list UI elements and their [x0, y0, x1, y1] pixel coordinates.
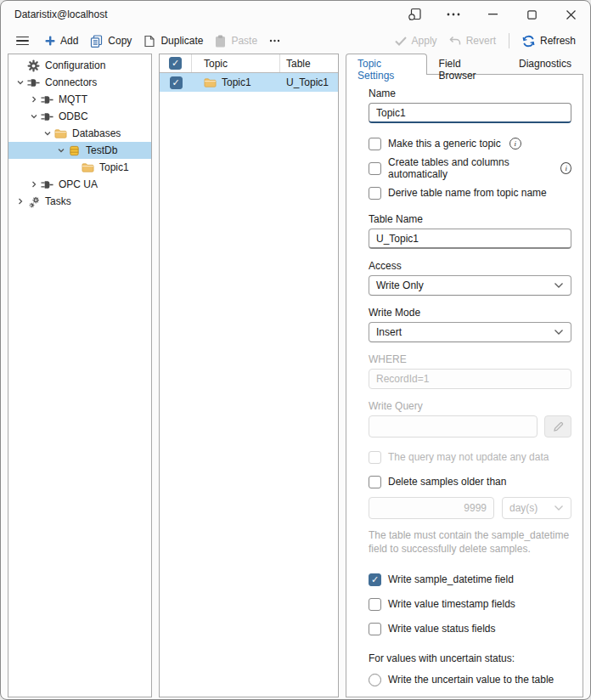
window-title: Dataristix@localhost	[14, 8, 108, 20]
delete-unit-value: day(s)	[509, 502, 538, 514]
tree-item-mqtt[interactable]: MQTT	[8, 91, 151, 108]
chevron-down-icon	[554, 505, 564, 511]
minimize-button[interactable]	[473, 1, 512, 28]
topic-column-header[interactable]: Topic	[192, 54, 280, 72]
info-icon[interactable]: i	[560, 162, 571, 174]
duplicate-label: Duplicate	[160, 35, 203, 47]
write-fields-group: ✓ Write sample_datetime field Write valu…	[369, 570, 571, 638]
folder-icon	[81, 161, 95, 174]
folder-icon	[204, 76, 217, 89]
uncertain-option-2[interactable]: Write Null values to the table	[369, 695, 571, 697]
tab-diagnostics[interactable]: Diagnostics	[507, 54, 583, 74]
select-all-checkbox[interactable]: ✓	[169, 57, 182, 70]
app-window: Dataristix@localhost Add	[0, 0, 591, 700]
tree-item-label: Topic1	[99, 161, 129, 173]
chevron-down-icon[interactable]	[14, 78, 26, 87]
tree-item-testdb[interactable]: TestDb	[8, 142, 151, 159]
create-tables-option[interactable]: Create tables and columns automatically …	[369, 159, 571, 178]
write-query-input[interactable]	[369, 415, 538, 438]
row-checkbox[interactable]: ✓	[170, 76, 183, 89]
plug-icon	[40, 178, 54, 191]
gears-icon	[26, 195, 41, 208]
delete-older-label: Delete samples older than	[388, 476, 506, 488]
chevron-down-icon[interactable]	[54, 146, 67, 155]
edit-query-button[interactable]	[544, 415, 571, 438]
chevron-right-icon[interactable]	[27, 95, 40, 104]
chevron-right-icon[interactable]	[14, 197, 26, 206]
write-ts-checkbox[interactable]	[369, 598, 381, 611]
tab-field-browser[interactable]: Field Browser	[427, 54, 507, 74]
delete-older-checkbox[interactable]	[369, 476, 381, 488]
query-no-update-option[interactable]: The query may not update any data	[369, 448, 571, 466]
tab-topic-settings[interactable]: Topic Settings	[346, 54, 427, 75]
add-button[interactable]: Add	[39, 32, 84, 49]
write-status-checkbox[interactable]	[369, 623, 381, 635]
navigation-tree: Configuration Connectors MQTT ODBC Datab	[8, 54, 152, 697]
where-input[interactable]	[369, 369, 571, 389]
search-window-icon[interactable]	[395, 1, 434, 28]
write-sample-option[interactable]: ✓ Write sample_datetime field	[369, 570, 571, 589]
delete-age-input[interactable]	[369, 497, 494, 519]
write-sample-checkbox[interactable]: ✓	[369, 573, 381, 586]
more-options-icon[interactable]	[434, 1, 473, 28]
uncertain-option-1[interactable]: Write the uncertain value to the table	[369, 670, 571, 689]
chevron-down-icon	[554, 329, 564, 336]
row-checkbox-cell: ✓	[160, 73, 192, 92]
name-input[interactable]	[369, 103, 571, 123]
derive-name-checkbox[interactable]	[369, 187, 381, 200]
delete-hint-text: The table must contain the sample_dateti…	[369, 528, 571, 556]
chevron-down-icon	[554, 282, 564, 289]
tree-item-odbc[interactable]: ODBC	[8, 108, 151, 125]
duplicate-button[interactable]: Duplicate	[138, 32, 209, 50]
row-topic-value: Topic1	[222, 76, 251, 88]
access-label: Access	[369, 260, 571, 272]
delete-unit-dropdown[interactable]: day(s)	[502, 497, 571, 519]
where-label: WHERE	[369, 353, 571, 365]
write-query-label: Write Query	[369, 400, 571, 412]
delete-age-row: day(s)	[369, 497, 571, 519]
tree-item-topic1[interactable]: Topic1	[8, 159, 151, 176]
write-mode-dropdown[interactable]: Insert	[369, 322, 571, 342]
copy-button[interactable]: Copy	[84, 32, 138, 50]
main-area: Configuration Connectors MQTT ODBC Datab	[1, 54, 590, 699]
tree-item-opcua[interactable]: OPC UA	[8, 176, 151, 193]
chevron-down-icon[interactable]	[27, 112, 40, 121]
table-name-label: Table Name	[369, 213, 571, 225]
table-name-input[interactable]	[369, 229, 571, 249]
table-column-header[interactable]: Table	[280, 58, 338, 70]
plug-icon	[40, 93, 54, 106]
access-dropdown[interactable]: Write Only	[369, 275, 571, 296]
tab-strip: Topic Settings Field Browser Diagnostics	[346, 54, 583, 74]
uncertain-radio-1[interactable]	[369, 674, 381, 686]
tree-item-label: ODBC	[59, 110, 88, 122]
generic-topic-option[interactable]: Make this a generic topic i	[369, 134, 571, 153]
menu-icon[interactable]	[9, 33, 36, 49]
write-ts-option[interactable]: Write value timestamp fields	[369, 595, 571, 613]
refresh-button[interactable]: Refresh	[516, 32, 582, 50]
delete-older-option[interactable]: Delete samples older than	[369, 472, 571, 491]
close-button[interactable]	[551, 1, 590, 28]
write-sample-label: Write sample_datetime field	[388, 573, 514, 585]
write-status-option[interactable]: Write value status fields	[369, 619, 571, 638]
generic-topic-checkbox[interactable]	[369, 138, 381, 150]
chevron-right-icon[interactable]	[27, 180, 40, 189]
tree-item-databases[interactable]: Databases	[8, 125, 151, 142]
tree-item-connectors[interactable]: Connectors	[8, 74, 151, 91]
topic-list: ✓ Topic Table ✓ Topic1 U_Topic1	[159, 54, 339, 697]
query-no-update-checkbox[interactable]	[369, 451, 381, 464]
write-mode-label: Write Mode	[369, 307, 571, 319]
paste-button[interactable]: Paste	[209, 32, 263, 50]
chevron-down-icon[interactable]	[41, 129, 53, 138]
info-icon[interactable]: i	[509, 138, 521, 150]
apply-button[interactable]: Apply	[389, 32, 443, 49]
table-row[interactable]: ✓ Topic1 U_Topic1	[160, 73, 338, 92]
maximize-button[interactable]	[512, 1, 551, 28]
revert-button[interactable]: Revert	[443, 32, 502, 49]
create-tables-checkbox[interactable]	[369, 162, 381, 175]
derive-name-option[interactable]: Derive table name from topic name	[369, 183, 571, 202]
tree-item-configuration[interactable]: Configuration	[8, 57, 151, 74]
tree-item-tasks[interactable]: Tasks	[8, 193, 151, 210]
toolbar-more-icon[interactable]	[263, 37, 286, 45]
list-header: ✓ Topic Table	[160, 54, 338, 73]
pencil-icon	[553, 421, 564, 432]
